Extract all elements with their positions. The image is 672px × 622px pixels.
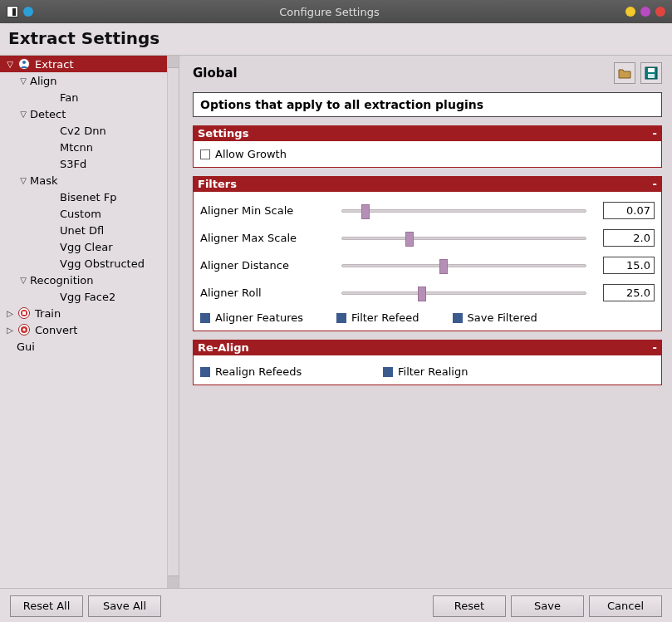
tree-item-custom[interactable]: Custom bbox=[0, 205, 167, 222]
save-all-button[interactable]: Save All bbox=[88, 595, 161, 617]
save-button[interactable]: Save bbox=[511, 595, 584, 617]
check-filter-realign[interactable]: Filter Realign bbox=[383, 364, 532, 380]
reset-button[interactable]: Reset bbox=[433, 595, 506, 617]
slider-thumb[interactable] bbox=[405, 232, 414, 247]
open-config-button[interactable] bbox=[614, 62, 635, 84]
checkbox-label: Filter Refeed bbox=[351, 311, 419, 324]
allow-growth-label: Allow Growth bbox=[215, 148, 287, 160]
checkbox[interactable] bbox=[383, 367, 393, 377]
tree-item-label: Extract bbox=[33, 58, 74, 71]
tree-item-vgg-face2[interactable]: Vgg Face2 bbox=[0, 288, 167, 305]
page-header: Extract Settings bbox=[0, 23, 672, 56]
tree-item-recognition[interactable]: ▽Recognition bbox=[0, 272, 167, 288]
tree-item-vgg-obstructed[interactable]: Vgg Obstructed bbox=[0, 255, 167, 272]
check-realign-refeeds[interactable]: Realign Refeeds bbox=[200, 364, 350, 380]
maximize-icon[interactable] bbox=[640, 7, 650, 17]
section-filters: Filters - Aligner Min Scale0.07Aligner M… bbox=[193, 176, 662, 331]
content-title: Global bbox=[193, 66, 609, 81]
sidebar-scrollbar[interactable] bbox=[167, 56, 179, 588]
section-realign-header[interactable]: Re-Align - bbox=[193, 340, 662, 355]
slider-value-input[interactable]: 2.0 bbox=[603, 229, 655, 247]
check-save-filtered[interactable]: Save Filtered bbox=[453, 310, 537, 326]
tree-item-label: Vgg Face2 bbox=[58, 291, 115, 303]
checkbox[interactable] bbox=[200, 313, 210, 323]
person-icon bbox=[17, 57, 31, 71]
allow-growth-row[interactable]: Allow Growth bbox=[200, 146, 655, 162]
chevron-down-icon[interactable]: ▽ bbox=[18, 76, 28, 86]
slider-label: Aligner Max Scale bbox=[200, 232, 333, 244]
checkbox-label: Save Filtered bbox=[468, 311, 537, 324]
save-config-button[interactable] bbox=[640, 62, 662, 84]
tree-item-train[interactable]: ▷Train bbox=[0, 305, 167, 321]
tree-item-unet-dfl[interactable]: Unet Dfl bbox=[0, 222, 167, 238]
tree-item-label: Vgg Clear bbox=[58, 241, 113, 253]
chevron-down-icon[interactable]: ▽ bbox=[18, 110, 28, 119]
folder-open-icon bbox=[618, 67, 631, 79]
tree-item-label: Train bbox=[33, 307, 61, 320]
tree-item-mtcnn[interactable]: Mtcnn bbox=[0, 139, 167, 155]
slider-thumb[interactable] bbox=[418, 287, 426, 301]
slider-track[interactable] bbox=[341, 291, 586, 295]
chevron-right-icon[interactable]: ▷ bbox=[5, 309, 15, 318]
slider-track[interactable] bbox=[341, 209, 586, 213]
tree-item-convert[interactable]: ▷Convert bbox=[0, 321, 167, 338]
slider-label: Aligner Min Scale bbox=[200, 204, 333, 217]
checkbox-label: Aligner Features bbox=[215, 311, 303, 324]
slider-aligner-max-scale: Aligner Max Scale2.0 bbox=[200, 224, 655, 252]
train-icon bbox=[17, 306, 31, 320]
reset-all-button[interactable]: Reset All bbox=[10, 595, 83, 617]
chevron-down-icon[interactable]: ▽ bbox=[5, 60, 15, 69]
chevron-down-icon[interactable]: ▽ bbox=[18, 176, 28, 185]
chevron-right-icon[interactable]: ▷ bbox=[5, 326, 15, 335]
slider-thumb[interactable] bbox=[361, 204, 370, 219]
tree-item-s3fd[interactable]: S3Fd bbox=[0, 155, 167, 172]
close-icon[interactable] bbox=[655, 7, 665, 17]
slider-track[interactable] bbox=[341, 264, 586, 267]
slider-value-input[interactable]: 25.0 bbox=[603, 284, 655, 301]
checkbox-label: Filter Realign bbox=[398, 365, 468, 378]
minimize-icon[interactable] bbox=[625, 7, 635, 17]
section-filters-title: Filters bbox=[198, 178, 237, 190]
section-filters-header[interactable]: Filters - bbox=[193, 176, 662, 192]
section-realign-title: Re-Align bbox=[198, 341, 249, 354]
tree-item-mask[interactable]: ▽Mask bbox=[0, 172, 167, 189]
collapse-icon: - bbox=[653, 341, 657, 354]
section-settings: Settings - Allow Growth bbox=[193, 125, 662, 168]
slider-aligner-roll: Aligner Roll25.0 bbox=[200, 279, 655, 306]
tree-item-extract[interactable]: ▽Extract bbox=[0, 56, 167, 72]
slider-label: Aligner Roll bbox=[200, 287, 333, 299]
tree-item-cv2-dnn[interactable]: Cv2 Dnn bbox=[0, 122, 167, 139]
slider-thumb[interactable] bbox=[439, 259, 448, 274]
floppy-save-icon bbox=[645, 66, 658, 80]
svg-rect-5 bbox=[648, 68, 655, 72]
checkbox[interactable] bbox=[200, 367, 210, 377]
slider-track[interactable] bbox=[341, 237, 586, 240]
tree-item-vgg-clear[interactable]: Vgg Clear bbox=[0, 238, 167, 255]
section-settings-header[interactable]: Settings - bbox=[193, 125, 662, 141]
svg-rect-6 bbox=[648, 74, 655, 78]
cancel-button[interactable]: Cancel bbox=[589, 595, 662, 617]
sidebar: ▽Extract▽AlignFan▽DetectCv2 DnnMtcnnS3Fd… bbox=[0, 56, 179, 588]
chevron-down-icon[interactable]: ▽ bbox=[18, 276, 28, 285]
tree-item-fan[interactable]: Fan bbox=[0, 89, 167, 105]
section-realign: Re-Align - Realign RefeedsFilter Realign bbox=[193, 340, 662, 385]
checkbox[interactable] bbox=[453, 313, 463, 323]
slider-value-input[interactable]: 0.07 bbox=[603, 202, 655, 219]
check-filter-refeed[interactable]: Filter Refeed bbox=[336, 310, 419, 326]
tree-item-bisenet-fp[interactable]: Bisenet Fp bbox=[0, 189, 167, 205]
tree-item-gui[interactable]: Gui bbox=[0, 338, 167, 355]
navigation-tree[interactable]: ▽Extract▽AlignFan▽DetectCv2 DnnMtcnnS3Fd… bbox=[0, 56, 167, 588]
tree-item-label: Detect bbox=[28, 108, 66, 120]
slider-value-input[interactable]: 15.0 bbox=[603, 257, 655, 274]
tree-item-label: Gui bbox=[15, 340, 35, 353]
tree-item-align[interactable]: ▽Align bbox=[0, 72, 167, 89]
allow-growth-checkbox[interactable] bbox=[200, 149, 210, 159]
tree-item-detect[interactable]: ▽Detect bbox=[0, 105, 167, 122]
slider-label: Aligner Distance bbox=[200, 259, 333, 272]
slider-aligner-min-scale: Aligner Min Scale0.07 bbox=[200, 197, 655, 224]
checkbox[interactable] bbox=[336, 313, 346, 323]
check-aligner-features[interactable]: Aligner Features bbox=[200, 310, 303, 326]
tree-item-label: Custom bbox=[58, 208, 101, 220]
app-icon bbox=[7, 6, 18, 17]
collapse-icon: - bbox=[653, 178, 657, 190]
